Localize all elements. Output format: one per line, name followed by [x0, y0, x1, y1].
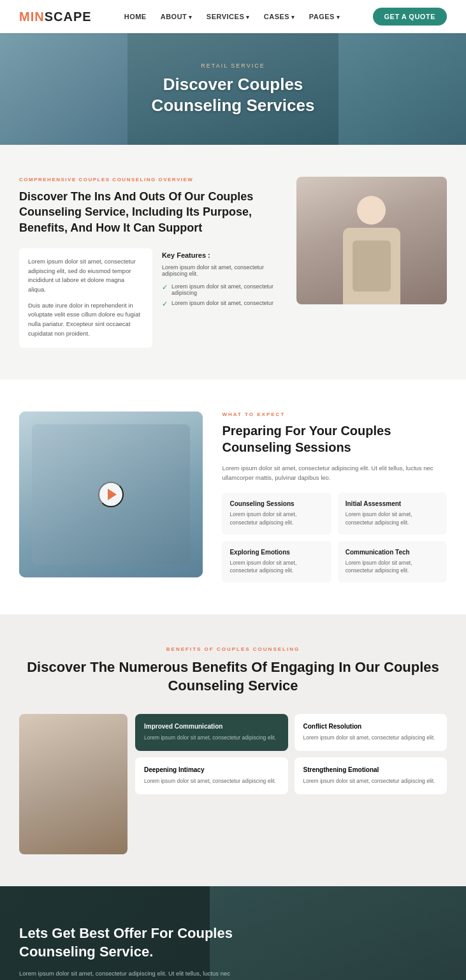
overview-left: COMPREHENSIVE COUPLES COUNSELING OVERVIE…: [19, 177, 277, 348]
benefit-card-emotional: Strengthening Emotional Lorem ipsum dolo…: [295, 757, 448, 794]
feature-communication-desc: Lorem ipsum dolor sit amet, consectetur …: [346, 559, 439, 575]
counselor-image: [296, 177, 447, 304]
preparing-eyebrow: WHAT TO EXPECT: [222, 412, 447, 417]
benefit-intimacy-title: Deepening Intimacy: [144, 766, 279, 773]
benefit-card-communication: Improved Communication Lorem ipsum dolor…: [135, 714, 288, 751]
cta-background-image: [210, 886, 466, 980]
feature-counseling-desc: Lorem ipsum dolor sit amet, consectetur …: [229, 510, 323, 527]
nav-home[interactable]: HOME: [124, 13, 147, 20]
hero-left-image: [0, 33, 127, 145]
feature-emotions-title: Exploring Emotions: [229, 549, 323, 556]
preparing-image: [19, 412, 203, 577]
preparing-desc: Lorem ipsum dolor sit amet, consectetur …: [222, 463, 447, 482]
play-button[interactable]: [98, 482, 124, 507]
counselor-image-inner: [296, 177, 447, 304]
preparing-title: Preparing For Your Couples Counseling Se…: [222, 422, 447, 456]
benefit-emotional-title: Strengthening Emotional: [303, 766, 439, 773]
feature-communication: Communication Tech Lorem ipsum dolor sit…: [338, 541, 447, 583]
benefit-emotional-desc: Lorem ipsum dolor sit amet, consectetur …: [303, 777, 439, 785]
preparing-inner: WHAT TO EXPECT Preparing For Your Couple…: [19, 412, 447, 583]
preparing-section: WHAT TO EXPECT Preparing For Your Couple…: [0, 380, 466, 614]
key-features: Key Features : Lorem ipsum dolor sit ame…: [162, 248, 277, 348]
hero-title: Discover Couples Counseling Services: [152, 74, 315, 115]
overview-text1: Lorem ipsum dolor sit amet, consectetur …: [28, 257, 143, 295]
logo-text: MIN: [19, 10, 45, 24]
hero-eyebrow: RETAIL SERVICE: [152, 63, 315, 69]
overview-eyebrow: COMPREHENSIVE COUPLES COUNSELING OVERVIE…: [19, 177, 277, 182]
benefits-eyebrow: BENEFITS OF COUPLES COUNSELING: [19, 646, 447, 652]
benefit-intimacy-desc: Lorem ipsum dolor sit amet, consectetur …: [144, 777, 279, 785]
get-quote-button[interactable]: GET A QUOTE: [373, 8, 447, 26]
benefit-conflict-desc: Lorem ipsum dolor sit amet, consectetur …: [303, 734, 439, 742]
benefits-image-inner: [19, 714, 127, 854]
overview-inner: COMPREHENSIVE COUPLES COUNSELING OVERVIE…: [19, 177, 447, 348]
feature-text-1: Lorem ipsum dolor sit amet, consectetur …: [171, 283, 277, 296]
benefit-card-conflict: Conflict Resolution Lorem ipsum dolor si…: [295, 714, 448, 751]
logo-text-2: SCAPE: [45, 10, 92, 24]
cta-title: Lets Get Best Offer For Couples Counseli…: [19, 924, 236, 961]
benefits-bg: [19, 714, 127, 854]
nav-cases[interactable]: CASES: [264, 13, 295, 20]
benefits-section: BENEFITS OF COUPLES COUNSELING Discover …: [0, 614, 466, 886]
nav-pages[interactable]: PAGES: [309, 13, 340, 20]
cta-bg-inner: [210, 886, 466, 980]
key-features-title: Key Features :: [162, 251, 277, 259]
feature-assessment-title: Initial Assessment: [346, 500, 439, 507]
benefits-grid: Improved Communication Lorem ipsum dolor…: [19, 714, 447, 854]
feature-text-2: Lorem ipsum dolor sit amet, consectetur: [171, 300, 273, 306]
navbar: MINSCAPE HOME ABOUT SERVICES CASES PAGES…: [0, 0, 466, 33]
benefit-conflict-title: Conflict Resolution: [303, 723, 439, 730]
features-grid: Counseling Sessions Lorem ipsum dolor si…: [222, 493, 447, 583]
feature-item-1: ✓ Lorem ipsum dolor sit amet, consectetu…: [162, 283, 277, 296]
hero-content: RETAIL SERVICE Discover Couples Counseli…: [152, 63, 315, 115]
feature-assessment-desc: Lorem ipsum dolor sit amet, consectetur …: [346, 510, 439, 527]
check-icon-1: ✓: [162, 283, 168, 292]
logo[interactable]: MINSCAPE: [19, 10, 92, 24]
cta-content: Lets Get Best Offer For Couples Counseli…: [19, 924, 236, 980]
feature-emotions: Exploring Emotions Lorem ipsum dolor sit…: [222, 541, 331, 583]
overview-box1: Lorem ipsum dolor sit amet, consectetur …: [19, 248, 152, 348]
benefit-card-intimacy: Deepening Intimacy Lorem ipsum dolor sit…: [135, 757, 288, 794]
benefits-image: [19, 714, 127, 854]
cta-desc: Lorem ipsum dolor sit amet, consectetur …: [19, 969, 236, 980]
preparing-image-inner: [19, 412, 203, 577]
feature-emotions-desc: Lorem ipsum dolor sit amet, consectetur …: [229, 559, 323, 575]
feature-counseling-title: Counseling Sessions: [229, 500, 323, 507]
benefits-title: Discover The Numerous Benefits Of Engagi…: [19, 658, 447, 695]
counselor-silhouette: [343, 177, 400, 304]
overview-text2: Duis aute irure dolor in reprehenderit i…: [28, 301, 143, 339]
feature-communication-title: Communication Tech: [346, 549, 439, 556]
counselor-body: [343, 228, 400, 304]
nav-about[interactable]: ABOUT: [161, 13, 193, 20]
counselor-head: [357, 196, 386, 225]
play-icon: [108, 489, 117, 500]
feature-counseling: Counseling Sessions Lorem ipsum dolor si…: [222, 493, 331, 535]
nav-services[interactable]: SERVICES: [207, 13, 250, 20]
overview-right: [296, 177, 447, 304]
cta-section: Lets Get Best Offer For Couples Counseli…: [0, 886, 466, 980]
benefit-communication-title: Improved Communication: [144, 723, 279, 730]
benefits-cards: Improved Communication Lorem ipsum dolor…: [135, 714, 447, 794]
hero-right-image: [339, 33, 466, 145]
overview-section: COMPREHENSIVE COUPLES COUNSELING OVERVIE…: [0, 145, 466, 380]
nav-links: HOME ABOUT SERVICES CASES PAGES: [124, 13, 340, 20]
feature-assessment: Initial Assessment Lorem ipsum dolor sit…: [338, 493, 447, 535]
hero-section: RETAIL SERVICE Discover Couples Counseli…: [0, 33, 466, 145]
overview-heading: Discover The Ins And Outs Of Our Couples…: [19, 189, 277, 235]
feature-item-2: ✓ Lorem ipsum dolor sit amet, consectetu…: [162, 300, 277, 308]
counselor-torso: [353, 241, 391, 292]
overview-boxes: Lorem ipsum dolor sit amet, consectetur …: [19, 248, 277, 348]
preparing-content: WHAT TO EXPECT Preparing For Your Couple…: [222, 412, 447, 583]
check-icon-2: ✓: [162, 300, 168, 308]
benefit-communication-desc: Lorem ipsum dolor sit amet, consectetur …: [144, 734, 279, 742]
key-features-desc: Lorem ipsum dolor sit amet, consectetur …: [162, 264, 277, 277]
